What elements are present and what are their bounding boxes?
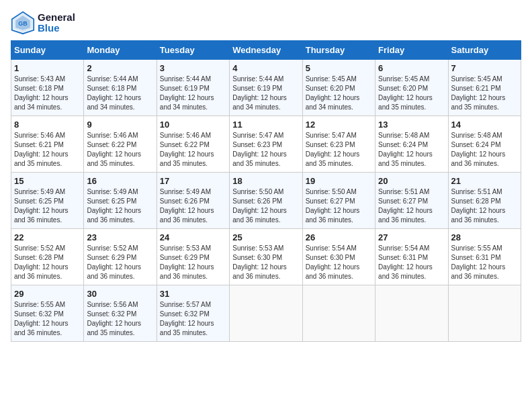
day-info: Sunrise: 5:48 AMSunset: 6:24 PMDaylight:… [378,131,445,169]
day-number: 1 [14,63,81,73]
day-cell: 19Sunrise: 5:50 AMSunset: 6:27 PMDayligh… [302,173,375,229]
day-cell: 2Sunrise: 5:44 AMSunset: 6:18 PMDaylight… [84,60,157,116]
day-info: Sunrise: 5:51 AMSunset: 6:28 PMDaylight:… [451,187,518,225]
day-cell [375,285,448,342]
col-header-tuesday: Tuesday [157,41,229,60]
day-cell: 22Sunrise: 5:52 AMSunset: 6:28 PMDayligh… [11,229,84,285]
day-number: 27 [378,232,445,242]
day-info: Sunrise: 5:43 AMSunset: 6:18 PMDaylight:… [14,75,81,112]
logo-icon: GB [11,11,35,35]
day-cell: 25Sunrise: 5:53 AMSunset: 6:30 PMDayligh… [230,229,302,285]
day-cell: 3Sunrise: 5:44 AMSunset: 6:19 PMDaylight… [157,60,229,116]
day-info: Sunrise: 5:57 AMSunset: 6:32 PMDaylight:… [160,300,226,338]
day-info: Sunrise: 5:54 AMSunset: 6:31 PMDaylight:… [378,244,445,281]
day-cell: 13Sunrise: 5:48 AMSunset: 6:24 PMDayligh… [375,116,448,173]
day-number: 31 [160,289,226,299]
day-info: Sunrise: 5:54 AMSunset: 6:30 PMDaylight:… [306,244,372,281]
day-cell: 10Sunrise: 5:46 AMSunset: 6:22 PMDayligh… [157,116,229,173]
week-row-1: 1Sunrise: 5:43 AMSunset: 6:18 PMDaylight… [11,60,521,116]
day-info: Sunrise: 5:53 AMSunset: 6:29 PMDaylight:… [160,244,226,281]
day-cell: 9Sunrise: 5:46 AMSunset: 6:22 PMDaylight… [84,116,157,173]
day-cell: 14Sunrise: 5:48 AMSunset: 6:24 PMDayligh… [448,116,521,173]
day-info: Sunrise: 5:46 AMSunset: 6:22 PMDaylight:… [160,131,226,169]
day-cell: 8Sunrise: 5:46 AMSunset: 6:21 PMDaylight… [11,116,84,173]
day-number: 22 [14,232,81,242]
day-number: 26 [306,232,372,242]
day-number: 9 [87,120,153,130]
day-number: 8 [14,120,81,130]
day-cell [448,285,521,342]
day-info: Sunrise: 5:44 AMSunset: 6:19 PMDaylight:… [232,75,299,112]
logo-general: General [38,12,75,24]
week-row-4: 22Sunrise: 5:52 AMSunset: 6:28 PMDayligh… [11,229,521,285]
day-number: 5 [306,63,372,73]
day-cell: 1Sunrise: 5:43 AMSunset: 6:18 PMDaylight… [11,60,84,116]
day-number: 29 [14,289,81,299]
col-header-sunday: Sunday [11,41,84,60]
day-number: 4 [232,63,299,73]
day-cell: 18Sunrise: 5:50 AMSunset: 6:26 PMDayligh… [230,173,302,229]
calendar-header: SundayMondayTuesdayWednesdayThursdayFrid… [11,41,521,60]
day-number: 6 [378,63,445,73]
day-info: Sunrise: 5:53 AMSunset: 6:30 PMDaylight:… [232,244,299,281]
day-info: Sunrise: 5:51 AMSunset: 6:27 PMDaylight:… [378,187,445,225]
day-info: Sunrise: 5:44 AMSunset: 6:18 PMDaylight:… [87,75,153,112]
day-info: Sunrise: 5:48 AMSunset: 6:24 PMDaylight:… [451,131,518,169]
logo: GB General Blue [11,11,75,35]
day-number: 19 [306,176,372,186]
day-cell: 23Sunrise: 5:52 AMSunset: 6:29 PMDayligh… [84,229,157,285]
day-cell: 4Sunrise: 5:44 AMSunset: 6:19 PMDaylight… [230,60,302,116]
day-number: 12 [306,120,372,130]
day-info: Sunrise: 5:44 AMSunset: 6:19 PMDaylight:… [160,75,226,112]
day-number: 20 [378,176,445,186]
week-row-5: 29Sunrise: 5:55 AMSunset: 6:32 PMDayligh… [11,285,521,342]
col-header-monday: Monday [84,41,157,60]
day-number: 30 [87,289,153,299]
day-number: 28 [451,232,518,242]
day-cell: 15Sunrise: 5:49 AMSunset: 6:25 PMDayligh… [11,173,84,229]
day-cell [302,285,375,342]
day-cell: 12Sunrise: 5:47 AMSunset: 6:23 PMDayligh… [302,116,375,173]
day-number: 24 [160,232,226,242]
day-info: Sunrise: 5:49 AMSunset: 6:26 PMDaylight:… [160,187,226,225]
day-cell: 6Sunrise: 5:45 AMSunset: 6:20 PMDaylight… [375,60,448,116]
day-info: Sunrise: 5:52 AMSunset: 6:29 PMDaylight:… [87,244,153,281]
day-cell: 11Sunrise: 5:47 AMSunset: 6:23 PMDayligh… [230,116,302,173]
week-row-2: 8Sunrise: 5:46 AMSunset: 6:21 PMDaylight… [11,116,521,173]
day-number: 7 [451,63,518,73]
day-number: 23 [87,232,153,242]
col-header-wednesday: Wednesday [230,41,302,60]
day-cell: 5Sunrise: 5:45 AMSunset: 6:20 PMDaylight… [302,60,375,116]
day-info: Sunrise: 5:49 AMSunset: 6:25 PMDaylight:… [87,187,153,225]
day-number: 25 [232,232,299,242]
day-info: Sunrise: 5:45 AMSunset: 6:20 PMDaylight:… [306,75,372,112]
day-number: 13 [378,120,445,130]
day-cell: 20Sunrise: 5:51 AMSunset: 6:27 PMDayligh… [375,173,448,229]
day-number: 3 [160,63,226,73]
day-number: 17 [160,176,226,186]
day-info: Sunrise: 5:50 AMSunset: 6:26 PMDaylight:… [232,187,299,225]
col-header-friday: Friday [375,41,448,60]
day-info: Sunrise: 5:52 AMSunset: 6:28 PMDaylight:… [14,244,81,281]
day-info: Sunrise: 5:46 AMSunset: 6:22 PMDaylight:… [87,131,153,169]
day-info: Sunrise: 5:45 AMSunset: 6:20 PMDaylight:… [378,75,445,112]
day-info: Sunrise: 5:55 AMSunset: 6:31 PMDaylight:… [451,244,518,281]
day-cell: 29Sunrise: 5:55 AMSunset: 6:32 PMDayligh… [11,285,84,342]
header: GB General Blue [11,11,521,35]
day-number: 14 [451,120,518,130]
day-cell: 21Sunrise: 5:51 AMSunset: 6:28 PMDayligh… [448,173,521,229]
day-info: Sunrise: 5:49 AMSunset: 6:25 PMDaylight:… [14,187,81,225]
week-row-3: 15Sunrise: 5:49 AMSunset: 6:25 PMDayligh… [11,173,521,229]
col-header-saturday: Saturday [448,41,521,60]
logo-blue: Blue [38,23,75,34]
day-info: Sunrise: 5:47 AMSunset: 6:23 PMDaylight:… [306,131,372,169]
day-number: 11 [232,120,299,130]
calendar-table: SundayMondayTuesdayWednesdayThursdayFrid… [11,40,521,342]
day-info: Sunrise: 5:50 AMSunset: 6:27 PMDaylight:… [306,187,372,225]
day-cell: 26Sunrise: 5:54 AMSunset: 6:30 PMDayligh… [302,229,375,285]
col-header-thursday: Thursday [302,41,375,60]
day-cell: 24Sunrise: 5:53 AMSunset: 6:29 PMDayligh… [157,229,229,285]
day-cell: 16Sunrise: 5:49 AMSunset: 6:25 PMDayligh… [84,173,157,229]
day-number: 10 [160,120,226,130]
day-info: Sunrise: 5:47 AMSunset: 6:23 PMDaylight:… [232,131,299,169]
